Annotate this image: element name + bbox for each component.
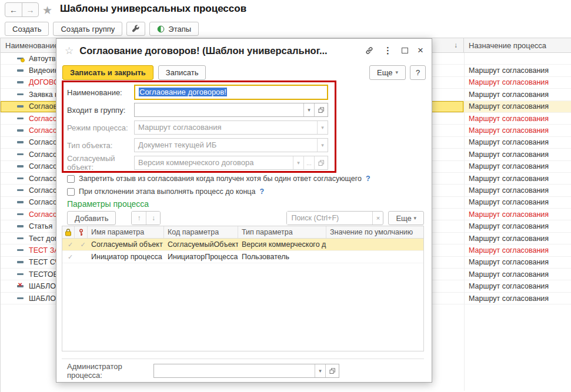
param-default-cell[interactable] bbox=[326, 239, 423, 250]
stages-icon bbox=[157, 25, 165, 33]
mode-dropdown-icon: ▾ bbox=[317, 121, 328, 134]
forward-button[interactable]: → bbox=[22, 3, 38, 16]
params-toolbar: Добавить ↑ ↓ × Еще ▾ bbox=[67, 210, 424, 226]
list-cell-purpose[interactable]: Маршрут согласования bbox=[464, 209, 571, 220]
list-cell-purpose[interactable]: Маршрут согласования bbox=[464, 185, 571, 196]
param-lock-cell[interactable]: ✓ bbox=[62, 239, 75, 250]
more-button-label: Еще bbox=[377, 68, 392, 77]
param-code-cell[interactable]: СогласуемыйОбъект bbox=[164, 239, 238, 250]
key-column-header[interactable] bbox=[75, 226, 88, 238]
item-icon bbox=[17, 103, 24, 110]
settings-wrench-button[interactable] bbox=[126, 22, 145, 36]
param-code-cell[interactable]: ИнициаторПроцесса bbox=[164, 251, 238, 263]
param-key-cell[interactable]: ✓ bbox=[75, 239, 88, 250]
param-type-cell[interactable]: Версия коммерческого д... bbox=[238, 239, 326, 250]
list-cell-purpose[interactable]: Маршрут согласования bbox=[464, 293, 571, 304]
deleted-item-icon bbox=[17, 283, 24, 290]
app-window: ← → ★ Шаблоны универсальных процессов Со… bbox=[0, 0, 571, 392]
item-icon bbox=[17, 67, 24, 74]
param-key-cell[interactable] bbox=[75, 251, 88, 263]
subject-open-icon bbox=[314, 156, 328, 169]
list-cell-purpose[interactable]: Маршрут согласования bbox=[464, 89, 571, 100]
mode-field-value: Маршрут согласования bbox=[135, 121, 317, 134]
copy-link-icon[interactable] bbox=[365, 46, 374, 55]
param-row[interactable]: ✓Инициатор процессаИнициаторПроцессаПоль… bbox=[62, 251, 423, 263]
param-default-column-header[interactable]: Значение по умолчанию bbox=[326, 226, 423, 238]
list-item-name: Статья bbox=[29, 222, 52, 230]
param-code-column-header[interactable]: Код параметра bbox=[164, 226, 238, 238]
dialog-command-bar: Записать и закрыть Записать Еще ▾ ? bbox=[62, 65, 426, 80]
item-icon bbox=[17, 91, 24, 98]
list-toolbar: Создать Создать группу Этапы bbox=[0, 21, 199, 36]
help-button[interactable]: ? bbox=[410, 65, 426, 80]
list-cell-purpose[interactable]: Маршрут согласования bbox=[464, 101, 571, 112]
close-icon[interactable]: × bbox=[418, 45, 423, 56]
item-icon bbox=[17, 151, 24, 158]
admin-field-value[interactable] bbox=[154, 364, 315, 377]
param-row[interactable]: ✓✓Согласуемый объектСогласуемыйОбъектВер… bbox=[62, 239, 423, 251]
param-default-cell[interactable] bbox=[326, 251, 423, 263]
list-cell-purpose[interactable]: Маршрут согласования bbox=[464, 257, 571, 268]
create-group-button[interactable]: Создать группу bbox=[53, 22, 122, 36]
subject-field: Версия коммерческого договора ▾ ... bbox=[134, 156, 328, 170]
param-type-cell[interactable]: Пользователь bbox=[238, 251, 326, 263]
list-cell-purpose[interactable]: Маршрут согласования bbox=[464, 173, 571, 184]
params-more-button[interactable]: Еще ▾ bbox=[388, 211, 424, 225]
group-open-icon[interactable] bbox=[314, 103, 328, 116]
param-name-cell[interactable]: Инициатор процесса bbox=[88, 251, 164, 263]
admin-field[interactable]: ▾ bbox=[153, 364, 339, 378]
list-cell-purpose[interactable]: Маршрут согласования bbox=[464, 149, 571, 160]
param-name-cell[interactable]: Согласуемый объект bbox=[88, 239, 164, 250]
run-to-end-checkbox[interactable] bbox=[67, 188, 75, 196]
search-clear-icon[interactable]: × bbox=[372, 212, 383, 225]
object-type-field-value: Документ текущей ИБ bbox=[135, 139, 317, 152]
favorites-star-icon[interactable]: ★ bbox=[42, 4, 52, 17]
chevron-down-icon: ▾ bbox=[395, 69, 398, 75]
back-button[interactable]: ← bbox=[5, 3, 22, 16]
list-cell-purpose[interactable]: Маршрут согласования bbox=[464, 233, 571, 244]
column-header-purpose[interactable]: Назначение процесса bbox=[464, 38, 571, 52]
list-cell-purpose[interactable]: Маршрут согласования bbox=[464, 77, 571, 88]
save-button[interactable]: Записать bbox=[158, 65, 206, 80]
more-button[interactable]: Еще ▾ bbox=[369, 65, 406, 80]
list-cell-purpose[interactable]: Маршрут согласования bbox=[464, 220, 571, 232]
maximize-icon[interactable] bbox=[402, 48, 408, 53]
name-field-value[interactable]: Соглаование договоров! bbox=[139, 88, 227, 96]
add-param-button[interactable]: Добавить bbox=[67, 211, 116, 225]
stages-button[interactable]: Этапы bbox=[149, 22, 199, 36]
save-and-close-button[interactable]: Записать и закрыть bbox=[62, 65, 153, 80]
move-down-icon[interactable]: ↓ bbox=[146, 212, 160, 225]
param-type-column-header[interactable]: Тип параметра bbox=[238, 226, 326, 238]
subject-field-label: Согласуемый объект: bbox=[67, 154, 134, 172]
list-cell-purpose[interactable]: Маршрут согласования bbox=[464, 65, 571, 76]
param-name-column-header[interactable]: Имя параметра bbox=[88, 226, 164, 238]
params-search-input[interactable] bbox=[287, 212, 372, 225]
move-up-icon[interactable]: ↑ bbox=[132, 212, 146, 225]
list-cell-purpose[interactable] bbox=[464, 53, 571, 64]
group-field[interactable]: ▾ bbox=[134, 103, 328, 117]
item-icon bbox=[17, 187, 24, 194]
list-cell-purpose[interactable]: Маршрут согласования bbox=[464, 125, 571, 136]
admin-open-icon[interactable] bbox=[325, 364, 339, 377]
name-field[interactable]: Соглаование договоров! bbox=[134, 85, 328, 100]
forbid-recall-help-link[interactable]: ? bbox=[366, 175, 370, 183]
list-cell-purpose[interactable]: Маршрут согласования bbox=[464, 244, 571, 256]
list-cell-purpose[interactable]: Маршрут согласования bbox=[464, 197, 571, 208]
page-title: Шаблоны универсальных процессов bbox=[60, 3, 246, 15]
param-lock-cell[interactable]: ✓ bbox=[62, 251, 75, 263]
sort-desc-icon: ↓ bbox=[454, 41, 458, 49]
list-cell-purpose[interactable]: Маршрут согласования bbox=[464, 269, 571, 280]
forbid-recall-checkbox[interactable] bbox=[67, 175, 75, 183]
list-cell-purpose[interactable]: Маршрут согласования bbox=[464, 161, 571, 172]
group-field-value[interactable] bbox=[135, 103, 303, 116]
list-cell-purpose[interactable]: Маршрут согласования bbox=[464, 137, 571, 148]
group-dropdown-icon[interactable]: ▾ bbox=[303, 103, 314, 116]
kebab-menu-icon[interactable]: ⋮ bbox=[383, 45, 392, 56]
list-cell-purpose[interactable]: Маршрут согласования bbox=[464, 113, 571, 124]
lock-column-header[interactable] bbox=[62, 226, 75, 238]
admin-dropdown-icon[interactable]: ▾ bbox=[315, 364, 325, 377]
dialog-favorites-star-icon[interactable]: ☆ bbox=[65, 45, 74, 57]
run-to-end-help-link[interactable]: ? bbox=[259, 187, 264, 196]
list-cell-purpose[interactable]: Маршрут согласования bbox=[464, 280, 571, 292]
create-button[interactable]: Создать bbox=[5, 22, 49, 36]
